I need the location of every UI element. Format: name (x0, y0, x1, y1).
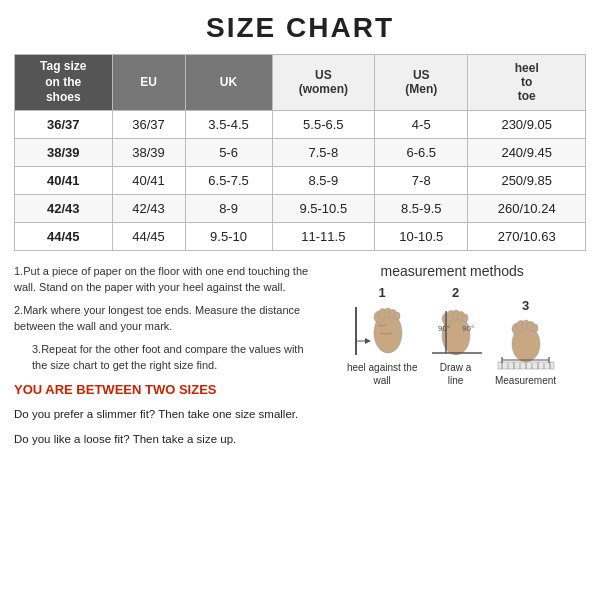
svg-text:90°: 90° (438, 324, 450, 333)
col-header-us-women: US(women) (272, 55, 375, 111)
figure-3-image (494, 316, 558, 371)
figure-2-label: Draw aline (440, 361, 472, 387)
figure-2: 2 90° 90° (424, 285, 488, 387)
figure-1-number: 1 (379, 285, 386, 300)
figure-3-label: Measurement (495, 374, 556, 387)
svg-text:90°: 90° (462, 324, 474, 333)
instruction-step1: 1.Put a piece of paper on the floor with… (14, 263, 308, 296)
cell-row0-col1: 36/37 (112, 110, 185, 138)
cell-row4-col0: 44/45 (15, 222, 113, 250)
cell-row1-col2: 5-6 (185, 138, 272, 166)
cell-row0-col3: 5.5-6.5 (272, 110, 375, 138)
figure-1-label: heel against thewall (347, 361, 418, 387)
cell-row2-col0: 40/41 (15, 166, 113, 194)
cell-row2-col3: 8.5-9 (272, 166, 375, 194)
col-header-heel: heeltotoe (468, 55, 586, 111)
col-header-uk: UK (185, 55, 272, 111)
table-row: 44/4544/459.5-1011-11.510-10.5270/10.63 (15, 222, 586, 250)
cell-row1-col5: 240/9.45 (468, 138, 586, 166)
col-header-us-men: US(Men) (375, 55, 468, 111)
cell-row2-col1: 40/41 (112, 166, 185, 194)
cell-row0-col4: 4-5 (375, 110, 468, 138)
figure-2-image: 90° 90° (424, 303, 488, 358)
instruction-step2: 2.Mark where your longest toe ends. Meas… (14, 302, 308, 335)
cell-row4-col4: 10-10.5 (375, 222, 468, 250)
cell-row2-col4: 7-8 (375, 166, 468, 194)
cell-row1-col4: 6-6.5 (375, 138, 468, 166)
cell-row3-col0: 42/43 (15, 194, 113, 222)
cell-row1-col1: 38/39 (112, 138, 185, 166)
loose-fit-text: Do you like a loose fit? Then take a siz… (14, 430, 308, 448)
cell-row3-col2: 8-9 (185, 194, 272, 222)
col-header-tag: Tag sizeon theshoes (15, 55, 113, 111)
measurement-title: measurement methods (381, 263, 524, 279)
svg-point-13 (462, 314, 468, 322)
cell-row2-col2: 6.5-7.5 (185, 166, 272, 194)
instruction-step3: 3.Repeat for the other foot and compare … (14, 341, 308, 374)
figure-3: 3 (494, 298, 558, 387)
between-sizes-label: YOU ARE BETWEEN TWO SIZES (14, 380, 308, 400)
cell-row3-col4: 8.5-9.5 (375, 194, 468, 222)
svg-point-7 (394, 312, 400, 320)
cell-row0-col5: 230/9.05 (468, 110, 586, 138)
cell-row0-col0: 36/37 (15, 110, 113, 138)
size-chart-table: Tag sizeon theshoes EU UK US(women) US(M… (14, 54, 586, 251)
cell-row2-col5: 250/9.85 (468, 166, 586, 194)
table-row: 40/4140/416.5-7.58.5-97-8250/9.85 (15, 166, 586, 194)
cell-row4-col2: 9.5-10 (185, 222, 272, 250)
measurement-section: measurement methods 1 (318, 263, 586, 590)
figure-1: 1 (347, 285, 418, 387)
col-header-eu: EU (112, 55, 185, 111)
figure-2-number: 2 (452, 285, 459, 300)
cell-row3-col5: 260/10.24 (468, 194, 586, 222)
table-row: 36/3736/373.5-4.55.5-6.54-5230/9.05 (15, 110, 586, 138)
cell-row4-col3: 11-11.5 (272, 222, 375, 250)
slimmer-fit-text: Do you prefer a slimmer fit? Then take o… (14, 405, 308, 423)
table-row: 42/4342/438-99.5-10.58.5-9.5260/10.24 (15, 194, 586, 222)
cell-row3-col1: 42/43 (112, 194, 185, 222)
svg-point-33 (532, 324, 538, 332)
measurement-figures: 1 (347, 285, 558, 387)
page-title: SIZE CHART (14, 12, 586, 44)
cell-row1-col0: 38/39 (15, 138, 113, 166)
cell-row4-col5: 270/10.63 (468, 222, 586, 250)
figure-3-number: 3 (522, 298, 529, 313)
cell-row1-col3: 7.5-8 (272, 138, 375, 166)
instructions-panel: 1.Put a piece of paper on the floor with… (14, 263, 308, 590)
cell-row3-col3: 9.5-10.5 (272, 194, 375, 222)
figure-1-image (350, 303, 414, 358)
table-row: 38/3938/395-67.5-86-6.5240/9.45 (15, 138, 586, 166)
cell-row4-col1: 44/45 (112, 222, 185, 250)
bottom-section: 1.Put a piece of paper on the floor with… (14, 263, 586, 590)
cell-row0-col2: 3.5-4.5 (185, 110, 272, 138)
